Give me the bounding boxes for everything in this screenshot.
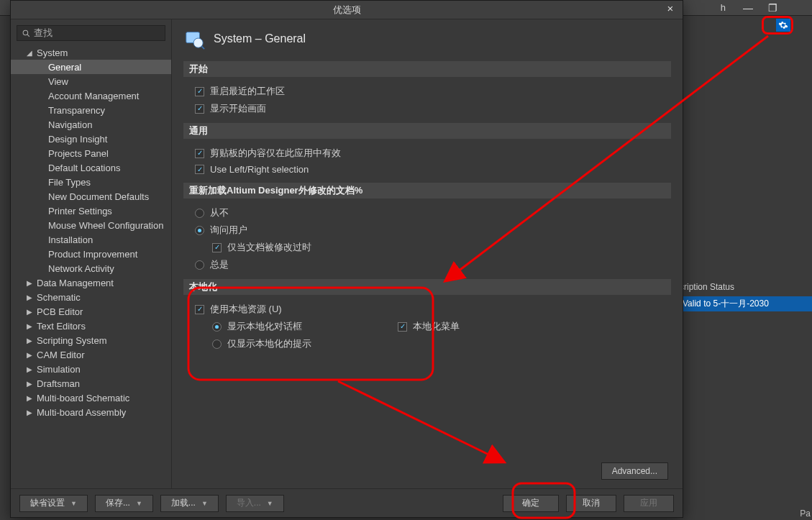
chevron-right-icon: ▶: [25, 293, 34, 301]
tree-draftsman[interactable]: ▶Draftsman: [11, 376, 171, 391]
advanced-button[interactable]: Advanced...: [601, 462, 668, 480]
chevron-right-icon: ▶: [25, 279, 34, 287]
tree-multiboard-sch[interactable]: ▶Multi-board Schematic: [11, 391, 171, 405]
chevron-down-icon: ▼: [136, 500, 142, 507]
checkbox-icon[interactable]: [195, 149, 204, 158]
chevron-right-icon: ▶: [25, 380, 34, 388]
section-localization: 本地化: [183, 279, 671, 295]
tree-cam-editor[interactable]: ▶CAM Editor: [11, 347, 171, 362]
tree-product-improvement[interactable]: Product Improvement: [11, 247, 171, 261]
tree-printer-settings[interactable]: Printer Settings: [11, 204, 171, 218]
chevron-right-icon: ▶: [25, 394, 34, 402]
bg-subscription-panel: cription Status Valid to 5-十一月-2030: [675, 280, 812, 311]
opt-restart-workspace[interactable]: 重启最近的工作区: [183, 83, 671, 100]
chevron-down-icon: ◢: [25, 49, 34, 57]
radio-icon[interactable]: [195, 226, 204, 235]
chevron-down-icon: ▼: [201, 500, 208, 507]
chevron-right-icon: ▶: [25, 322, 34, 330]
maximize-icon[interactable]: ❐: [760, 0, 785, 16]
tree-schematic[interactable]: ▶Schematic: [11, 290, 171, 304]
close-icon[interactable]: ×: [662, 2, 678, 14]
tree-text-editors[interactable]: ▶Text Editors: [11, 319, 171, 333]
ok-button[interactable]: 确定: [503, 495, 559, 512]
radio-icon[interactable]: [195, 209, 204, 218]
tree-account[interactable]: Account Management: [11, 88, 171, 103]
checkbox-icon[interactable]: [195, 305, 204, 314]
opt-reload-never[interactable]: 从不: [183, 204, 671, 222]
subscription-row[interactable]: Valid to 5-十一月-2030: [675, 296, 812, 311]
dialog-titlebar: 优选项 ×: [11, 1, 683, 19]
gear-icon[interactable]: [776, 19, 790, 32]
tree-navigation[interactable]: Navigation: [11, 117, 171, 132]
bg-bottom-right-text: Pa: [800, 508, 811, 519]
chevron-right-icon: ▶: [25, 308, 34, 316]
search-placeholder: 查找: [34, 27, 53, 40]
load-button[interactable]: 加载...▼: [160, 495, 219, 512]
tree-pcb-editor[interactable]: ▶PCB Editor: [11, 304, 171, 319]
system-general-icon: [183, 28, 205, 50]
dialog-footer: 缺省设置▼ 保存...▼ 加载...▼ 导入...▼ 确定 取消 应用: [11, 488, 683, 517]
subscription-header: cription Status: [675, 280, 812, 293]
tree-transparency[interactable]: Transparency: [11, 103, 171, 117]
chevron-right-icon: ▶: [25, 409, 34, 416]
tree-data-management[interactable]: ▶Data Management: [11, 275, 171, 290]
cancel-button[interactable]: 取消: [566, 495, 616, 512]
checkbox-icon[interactable]: [398, 322, 407, 332]
tree-simulation[interactable]: ▶Simulation: [11, 362, 171, 376]
content-pane: System – General 开始 重启最近的工作区 显示开始画面 通用 剪…: [172, 19, 683, 488]
tree-installation[interactable]: Installation: [11, 232, 171, 247]
opt-show-local-dialogs[interactable]: 显示本地化对话框: [183, 318, 311, 335]
tree-view[interactable]: View: [11, 74, 171, 88]
minimize-icon[interactable]: —: [736, 0, 760, 16]
dialog-title: 优选项: [333, 4, 361, 17]
nav-tree: ◢ System General View Account Management…: [11, 45, 171, 488]
tree-design-insight[interactable]: Design Insight: [11, 132, 171, 146]
opt-local-menu[interactable]: 本地化菜单: [398, 318, 460, 335]
tree-projects-panel[interactable]: Projects Panel: [11, 146, 171, 160]
checkbox-icon[interactable]: [195, 104, 204, 114]
checkbox-icon[interactable]: [195, 87, 204, 96]
sidebar: 查找 ◢ System General View Account Managem…: [11, 19, 172, 488]
tree-system[interactable]: ◢ System: [11, 45, 171, 60]
tree-general[interactable]: General: [11, 60, 171, 74]
tree-default-locations[interactable]: Default Locations: [11, 160, 171, 175]
tree-file-types[interactable]: File Types: [11, 175, 171, 189]
import-button[interactable]: 导入...▼: [226, 495, 284, 512]
svg-point-3: [193, 38, 203, 47]
search-input[interactable]: 查找: [17, 25, 165, 41]
opt-use-local-resources[interactable]: 使用本地资源 (U): [183, 301, 671, 318]
opt-only-when-modified[interactable]: 仅当文档被修改过时: [183, 239, 671, 256]
tree-new-doc-defaults[interactable]: New Document Defaults: [11, 189, 171, 204]
chevron-right-icon: ▶: [25, 337, 34, 345]
chevron-down-icon: ▼: [267, 500, 273, 507]
tree-scripting[interactable]: ▶Scripting System: [11, 333, 171, 347]
bg-top-text: h: [721, 2, 726, 13]
radio-icon[interactable]: [212, 339, 222, 349]
section-general: 通用: [183, 123, 671, 139]
save-button[interactable]: 保存...▼: [95, 495, 153, 512]
opt-lr-selection[interactable]: Use Left/Right selection: [183, 162, 671, 177]
tree-network-activity[interactable]: Network Activity: [11, 261, 171, 275]
section-reload: 重新加载Altium Designer外修改的文档%: [183, 183, 671, 199]
svg-line-4: [201, 46, 204, 49]
chevron-down-icon: ▼: [70, 500, 77, 507]
chevron-right-icon: ▶: [25, 351, 34, 359]
opt-reload-always[interactable]: 总是: [183, 256, 671, 273]
page-title: System – General: [214, 32, 306, 45]
opt-show-local-hints[interactable]: 仅显示本地化的提示: [183, 335, 311, 352]
defaults-button[interactable]: 缺省设置▼: [19, 495, 88, 512]
page-header: System – General: [183, 28, 671, 50]
svg-point-0: [23, 30, 28, 35]
tree-mouse-wheel[interactable]: Mouse Wheel Configuration: [11, 218, 171, 232]
svg-line-1: [27, 35, 29, 37]
tree-multiboard-asm[interactable]: ▶Multi-board Assembly: [11, 405, 171, 419]
opt-show-start-screen[interactable]: 显示开始画面: [183, 100, 671, 117]
radio-icon[interactable]: [212, 322, 222, 332]
checkbox-icon[interactable]: [212, 243, 222, 252]
checkbox-icon[interactable]: [195, 165, 204, 174]
radio-icon[interactable]: [195, 260, 204, 270]
opt-clipboard-local[interactable]: 剪贴板的内容仅在此应用中有效: [183, 145, 671, 162]
opt-reload-ask[interactable]: 询问用户: [183, 222, 671, 239]
preferences-dialog: 优选项 × 查找 ◢ System General View Account M…: [10, 0, 683, 518]
apply-button[interactable]: 应用: [624, 495, 674, 512]
